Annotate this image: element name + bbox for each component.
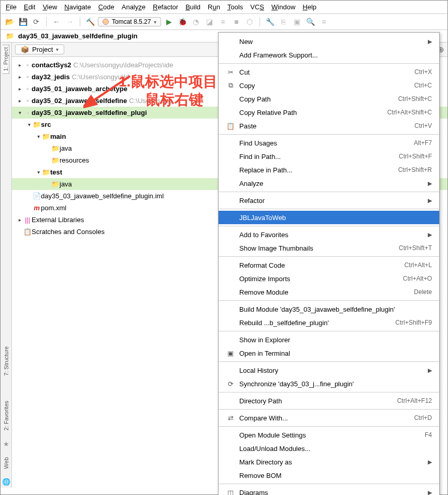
menu-navigate[interactable]: Navigate bbox=[64, 3, 91, 11]
menu-help[interactable]: Help bbox=[302, 3, 316, 11]
menu-item-label: Compare With... bbox=[239, 414, 410, 422]
menu-item-label: Local History bbox=[239, 367, 424, 374]
submenu-arrow-icon: ▶ bbox=[428, 367, 432, 374]
menu-item-label: Show in Explorer bbox=[239, 336, 432, 344]
debug-icon[interactable]: 🐞 bbox=[177, 16, 188, 27]
context-menu-item[interactable]: 📋PasteCtrl+V bbox=[219, 119, 439, 133]
menu-tools[interactable]: Tools bbox=[227, 3, 243, 11]
menu-edit[interactable]: Edit bbox=[24, 3, 35, 11]
context-menu-item[interactable]: Remove ModuleDelete bbox=[219, 285, 439, 299]
context-menu-item[interactable]: Show Image ThumbnailsCtrl+Shift+T bbox=[219, 241, 439, 255]
context-menu-item[interactable]: Local History▶ bbox=[219, 363, 439, 377]
context-menu-item[interactable]: Add to Favorites▶ bbox=[219, 228, 439, 241]
sidetab-structure[interactable]: 7: Structure bbox=[3, 344, 9, 378]
context-menu-item[interactable]: Open Module SettingsF4 bbox=[219, 428, 439, 442]
build-icon[interactable]: 🔨 bbox=[84, 16, 96, 27]
context-menu-item[interactable]: Reformat CodeCtrl+Alt+L bbox=[219, 258, 439, 272]
run-config-dropdown[interactable]: Tomcat 8.5.27 ▾ bbox=[98, 17, 161, 26]
menu-item-label: Open in Terminal bbox=[239, 350, 432, 357]
tree-label: Scratches and Consoles bbox=[32, 228, 105, 236]
tree-path: C:\Users\songyu\IdeaProjects\ide bbox=[74, 61, 174, 69]
menu-vcs[interactable]: VCS bbox=[250, 3, 264, 11]
context-menu-item[interactable]: Find in Path...Ctrl+Shift+F bbox=[219, 150, 439, 163]
menu-item-label: Rebuild ...b_selfdefine_plugin' bbox=[239, 319, 391, 327]
context-menu-item[interactable]: Analyze▶ bbox=[219, 177, 439, 190]
menu-code[interactable]: Code bbox=[98, 3, 114, 11]
menu-item-label: Copy Path bbox=[239, 95, 394, 103]
context-menu-item[interactable]: Copy Relative PathCtrl+Alt+Shift+C bbox=[219, 106, 439, 119]
project-view-selector[interactable]: 📦 Project ▾ bbox=[15, 45, 64, 54]
terminal-icon[interactable]: ▣ bbox=[291, 16, 302, 27]
iml-file-icon: 📄 bbox=[33, 192, 41, 200]
profile-icon[interactable]: ◪ bbox=[204, 16, 215, 27]
menu-item-label: Find Usages bbox=[239, 139, 410, 147]
menu-item-shortcut: Ctrl+Shift+F9 bbox=[395, 319, 432, 326]
context-menu-item[interactable]: ⇄Compare With...Ctrl+D bbox=[219, 411, 439, 425]
menu-item-label: Mark Directory as bbox=[239, 458, 424, 466]
menu-analyze[interactable]: Analyze bbox=[122, 3, 146, 11]
sidetab-favorites[interactable]: 2: Favorites bbox=[3, 399, 9, 432]
context-menu-item[interactable]: ✂CutCtrl+X bbox=[219, 65, 439, 79]
context-menu-item[interactable]: JBLJavaToWeb bbox=[219, 211, 439, 224]
breadcrumb-project[interactable]: day35_03_javaweb_selfdefine_plugin bbox=[18, 32, 138, 40]
context-menu-item[interactable]: Load/Unload Modules... bbox=[219, 442, 439, 455]
pane-title-label: Project bbox=[32, 46, 53, 53]
tree-label: resources bbox=[60, 156, 89, 164]
context-menu-item[interactable]: Show in Explorer bbox=[219, 333, 439, 346]
submenu-arrow-icon: ▶ bbox=[428, 180, 432, 187]
tree-label: main bbox=[50, 133, 66, 140]
menu-window[interactable]: Window bbox=[271, 3, 295, 11]
refresh-icon[interactable]: ⟳ bbox=[31, 16, 42, 27]
menu-item-label: Cut bbox=[239, 68, 410, 76]
sidetab-project[interactable]: 1: Project bbox=[3, 45, 9, 74]
vcs-icon[interactable]: ⎘ bbox=[278, 16, 289, 27]
tree-label: day35_02_javaweb_selfdefine bbox=[32, 97, 127, 105]
stop-icon[interactable]: ■ bbox=[230, 16, 242, 27]
sidetab-web[interactable]: Web bbox=[3, 455, 9, 471]
menu-refactor[interactable]: Refactor bbox=[153, 3, 178, 11]
context-menu-item[interactable]: Copy PathCtrl+Shift+C bbox=[219, 92, 439, 106]
menu-view[interactable]: View bbox=[42, 3, 57, 11]
context-menu-item[interactable]: Add Framework Support... bbox=[219, 48, 439, 62]
menu-item-label: Remove BOM bbox=[239, 472, 432, 479]
menu-run[interactable]: Run bbox=[208, 3, 220, 11]
menu-item-label: Add Framework Support... bbox=[239, 51, 432, 59]
back-icon[interactable]: ← bbox=[51, 16, 62, 27]
save-icon[interactable]: 💾 bbox=[17, 16, 28, 27]
update-icon[interactable]: ⬡ bbox=[244, 16, 255, 27]
context-menu-item[interactable]: Directory PathCtrl+Alt+F12 bbox=[219, 394, 439, 407]
context-menu-item[interactable]: ⟳Synchronize 'day35_03_j...fine_plugin' bbox=[219, 377, 439, 390]
scratches-icon: 📋 bbox=[23, 228, 32, 236]
menu-item-label: Directory Path bbox=[239, 397, 393, 405]
menu-item-icon: ▣ bbox=[226, 350, 235, 357]
separator bbox=[46, 17, 47, 26]
context-menu-item[interactable]: Remove BOM bbox=[219, 469, 439, 482]
forward-icon[interactable]: → bbox=[64, 16, 76, 27]
context-menu-item[interactable]: Replace in Path...Ctrl+Shift+R bbox=[219, 163, 439, 177]
context-menu-item[interactable]: ⧉CopyCtrl+C bbox=[219, 79, 439, 92]
context-menu-item[interactable]: ◫Diagrams▶ bbox=[219, 486, 439, 495]
open-icon[interactable]: 📂 bbox=[4, 16, 15, 27]
context-menu-item[interactable]: Mark Directory as▶ bbox=[219, 455, 439, 469]
settings-icon[interactable]: 🔧 bbox=[264, 16, 276, 27]
menu-item-label: Remove Module bbox=[239, 288, 410, 296]
context-menu-item[interactable]: New▶ bbox=[219, 35, 439, 48]
context-menu-item[interactable]: Optimize ImportsCtrl+Alt+O bbox=[219, 272, 439, 285]
menu-item-label: Replace in Path... bbox=[239, 166, 394, 174]
search-icon[interactable]: 🔍 bbox=[305, 16, 316, 27]
context-menu-item[interactable]: Find UsagesAlt+F7 bbox=[219, 136, 439, 150]
menu-build[interactable]: Build bbox=[185, 3, 200, 11]
context-menu-item[interactable]: ▣Open in Terminal bbox=[219, 346, 439, 360]
concurrency-icon[interactable]: ≡ bbox=[217, 16, 228, 27]
coverage-icon[interactable]: ◔ bbox=[190, 16, 201, 27]
menu-item-label: Diagrams bbox=[239, 489, 424, 496]
run-icon[interactable]: ▶ bbox=[163, 16, 175, 27]
context-menu-item[interactable]: Build Module 'day35_03_javaweb_selfdefin… bbox=[219, 302, 439, 316]
menu-item-shortcut: Ctrl+C bbox=[414, 82, 432, 89]
context-menu-item[interactable]: Refactor▶ bbox=[219, 194, 439, 207]
menu-file[interactable]: File bbox=[6, 3, 17, 11]
menu-item-shortcut: Delete bbox=[414, 288, 432, 296]
menu-item-icon: ◫ bbox=[226, 489, 235, 496]
more-icon[interactable]: ≡ bbox=[318, 16, 329, 27]
context-menu-item[interactable]: Rebuild ...b_selfdefine_plugin'Ctrl+Shif… bbox=[219, 316, 439, 329]
